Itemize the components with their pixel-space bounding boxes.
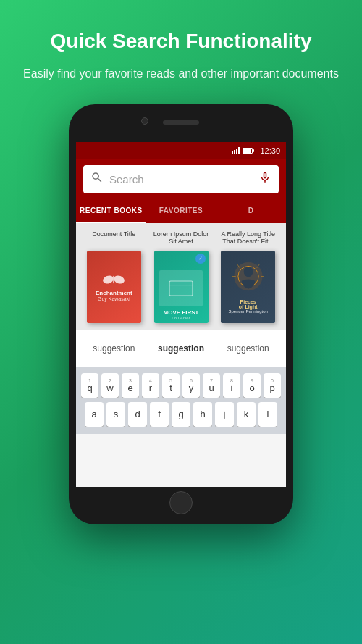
tabs-bar: RECENT BOOKS FAVORITES D: [76, 199, 286, 223]
key-u[interactable]: 7 u: [203, 373, 220, 398]
tab-other[interactable]: D: [216, 199, 286, 223]
phone-frame: 12:30 Search: [69, 104, 293, 524]
phone-mockup: 12:30 Search: [69, 104, 293, 524]
key-o[interactable]: 9 o: [243, 373, 261, 398]
tab-favorites[interactable]: FAVORITES: [146, 199, 216, 223]
suggestion-1[interactable]: suggestion: [82, 340, 146, 356]
keyboard-row-1: 1 q 2 w 3 e 4 r: [77, 373, 285, 398]
page-subtitle: Easily find your favorite reads and othe…: [23, 65, 339, 83]
key-e[interactable]: 3 e: [122, 373, 139, 398]
header-section: Quick Search Functionality Easily find y…: [1, 0, 361, 97]
book-author-2: Lou Adler: [172, 316, 190, 320]
book-title-1: Document Title: [92, 230, 135, 246]
key-d[interactable]: d: [128, 402, 147, 427]
book-title-3: A Really Long Title That Doesn't Fit...: [217, 230, 279, 246]
book-name-2: MOVE FIRST: [164, 309, 199, 316]
key-r[interactable]: 4 r: [142, 373, 159, 398]
book-author-3: Spencer Pennington: [228, 309, 267, 314]
key-s[interactable]: s: [106, 402, 125, 427]
svg-point-7: [243, 267, 253, 277]
keyboard: 1 q 2 w 3 e 4 r: [76, 367, 286, 434]
book-cover-1: Enchantment Guy Kawasaki: [87, 251, 141, 323]
book-name-3: Piecesof Light: [239, 299, 258, 309]
phone-home-button[interactable]: [169, 491, 193, 514]
book-item-2[interactable]: Lorem Ipsum Dolor Sit Amet ✓ MOVE FIRST …: [151, 230, 212, 323]
key-j[interactable]: j: [215, 402, 234, 427]
book-name-1: Enchantment: [96, 290, 132, 296]
key-k[interactable]: k: [237, 402, 256, 427]
keyboard-row-2: a s d f g h j k l: [77, 402, 285, 427]
book-author-1: Guy Kawasaki: [98, 296, 130, 301]
microphone-icon[interactable]: [258, 171, 272, 188]
books-grid: Document Title Enchantment Guy Kawasaki: [83, 230, 279, 323]
suggestion-3[interactable]: suggestion: [216, 340, 280, 356]
search-placeholder[interactable]: Search: [109, 173, 253, 185]
svg-point-1: [113, 274, 125, 285]
book-item-3[interactable]: A Really Long Title That Doesn't Fit...: [217, 230, 279, 323]
book-cover-2: ✓ MOVE FIRST Lou Adler: [154, 251, 209, 323]
svg-rect-3: [169, 281, 193, 296]
phone-speaker: [163, 120, 199, 125]
key-f[interactable]: f: [150, 402, 169, 427]
battery-icon: [243, 148, 254, 154]
svg-point-0: [103, 274, 114, 285]
key-i[interactable]: 8 i: [223, 373, 240, 398]
key-p[interactable]: 0 p: [264, 373, 281, 398]
tab-recent-books[interactable]: RECENT BOOKS: [76, 199, 146, 223]
book-badge-2: ✓: [195, 254, 206, 264]
suggestion-2[interactable]: suggestion: [149, 340, 214, 356]
key-y[interactable]: 6 y: [182, 373, 200, 398]
status-time: 12:30: [260, 146, 280, 155]
app-bar: Search: [76, 159, 286, 199]
page-title: Quick Search Functionality: [23, 29, 339, 54]
phone-camera: [141, 117, 148, 125]
key-g[interactable]: g: [172, 402, 190, 427]
search-box[interactable]: Search: [83, 165, 279, 193]
search-icon: [90, 171, 104, 188]
status-bar: 12:30: [76, 142, 286, 159]
suggestions-row: suggestion suggestion suggestion: [76, 330, 286, 367]
book-cover-3: Piecesof Light Spencer Pennington: [221, 251, 275, 323]
phone-screen: 12:30 Search: [76, 142, 286, 487]
book-title-2: Lorem Ipsum Dolor Sit Amet: [151, 230, 212, 246]
signal-icon: [232, 147, 240, 154]
key-h[interactable]: h: [193, 402, 212, 427]
key-t[interactable]: 5 t: [162, 373, 180, 398]
svg-rect-2: [114, 275, 115, 283]
books-section: Document Title Enchantment Guy Kawasaki: [76, 223, 286, 330]
key-a[interactable]: a: [85, 402, 104, 427]
key-q[interactable]: 1 q: [81, 373, 98, 398]
book-item-1[interactable]: Document Title Enchantment Guy Kawasaki: [83, 230, 145, 323]
key-w[interactable]: 2 w: [101, 373, 119, 398]
key-l[interactable]: l: [258, 402, 277, 427]
